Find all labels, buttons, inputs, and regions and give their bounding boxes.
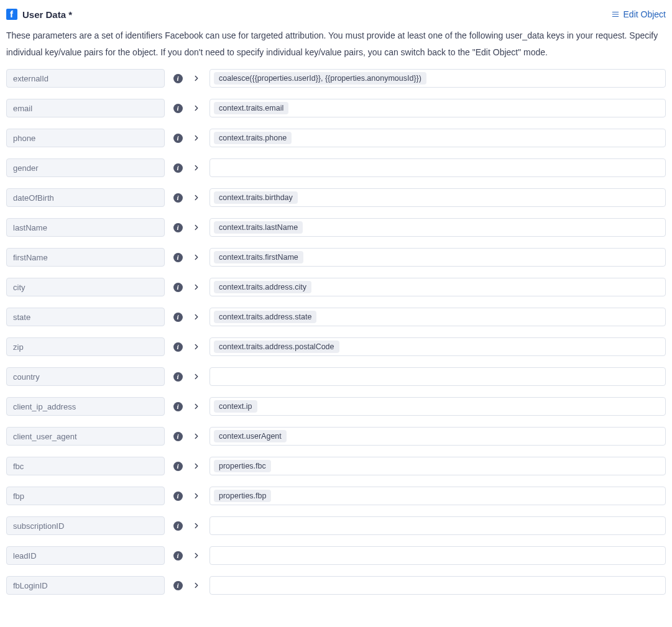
value-chip: context.traits.firstName [214, 251, 303, 263]
chevron-right-icon [192, 521, 201, 530]
section-header: User Data * Edit Object [6, 6, 666, 27]
value-input[interactable]: context.traits.address.state [209, 308, 666, 326]
value-input[interactable]: context.traits.phone [209, 129, 666, 147]
key-input[interactable]: subscriptionID [6, 516, 165, 535]
value-chip: context.traits.lastName [214, 221, 303, 234]
key-value-row: emailicontext.traits.email [6, 99, 666, 117]
key-input[interactable]: fbLoginID [6, 576, 165, 595]
value-input[interactable]: properties.fbc [209, 457, 666, 475]
value-input[interactable]: context.traits.address.city [209, 278, 666, 296]
chevron-right-icon [192, 492, 201, 500]
key-input[interactable]: gender [6, 158, 165, 177]
info-icon-col: i [172, 397, 183, 416]
value-input[interactable]: context.traits.email [209, 99, 666, 117]
info-icon-col: i [172, 516, 183, 535]
info-icon[interactable]: i [173, 193, 183, 203]
list-icon [611, 10, 620, 19]
info-icon[interactable]: i [173, 74, 183, 83]
value-chip: properties.fbc [214, 460, 271, 472]
facebook-icon [6, 9, 17, 20]
chevron-right-icon [192, 432, 201, 441]
chevron-right-icon [192, 462, 201, 470]
key-input[interactable]: externalId [6, 69, 165, 88]
value-input[interactable]: context.traits.firstName [209, 248, 666, 267]
key-input[interactable]: client_user_agent [6, 427, 165, 446]
chevron-col [191, 576, 202, 595]
key-input[interactable]: fbc [6, 457, 165, 475]
value-input[interactable] [209, 158, 666, 177]
key-value-row: client_user_agenticontext.userAgent [6, 427, 666, 446]
info-icon[interactable]: i [173, 313, 183, 322]
key-input[interactable]: zip [6, 337, 165, 356]
key-value-row: fbciproperties.fbc [6, 457, 666, 475]
info-icon[interactable]: i [173, 104, 183, 113]
key-input[interactable]: city [6, 278, 165, 296]
info-icon[interactable]: i [173, 492, 183, 501]
value-input[interactable]: context.userAgent [209, 427, 666, 446]
info-icon[interactable]: i [173, 223, 183, 232]
info-icon-col: i [172, 158, 183, 177]
value-chip: context.traits.phone [214, 132, 292, 144]
section-title: User Data * [22, 9, 72, 20]
chevron-right-icon [192, 104, 201, 112]
key-input[interactable]: lastName [6, 218, 165, 237]
chevron-col [191, 158, 202, 177]
edit-object-button[interactable]: Edit Object [611, 9, 666, 19]
value-input[interactable]: coalesce({{properties.userId}}, {{proper… [209, 69, 666, 88]
key-input[interactable]: fbp [6, 487, 165, 505]
value-input[interactable]: context.traits.birthday [209, 188, 666, 207]
key-value-row: dateOfBirthicontext.traits.birthday [6, 188, 666, 207]
value-input[interactable]: context.ip [209, 397, 666, 416]
value-input[interactable]: context.traits.lastName [209, 218, 666, 237]
chevron-right-icon [192, 253, 201, 262]
key-input[interactable]: state [6, 308, 165, 326]
chevron-col [191, 546, 202, 565]
info-icon[interactable]: i [173, 551, 183, 561]
chevron-right-icon [192, 342, 201, 351]
info-icon[interactable]: i [173, 253, 183, 262]
key-value-row: subscriptionIDi [6, 516, 666, 535]
value-input[interactable]: properties.fbp [209, 487, 666, 505]
key-input[interactable]: firstName [6, 248, 165, 267]
value-chip: context.traits.address.postalCode [214, 341, 339, 353]
key-value-row: stateicontext.traits.address.state [6, 308, 666, 326]
info-icon[interactable]: i [173, 581, 183, 590]
info-icon[interactable]: i [173, 432, 183, 441]
value-chip: context.traits.birthday [214, 191, 298, 204]
chevron-col [191, 397, 202, 416]
info-icon[interactable]: i [173, 283, 183, 292]
info-icon[interactable]: i [173, 134, 183, 143]
value-input[interactable]: context.traits.address.postalCode [209, 337, 666, 356]
info-icon[interactable]: i [173, 521, 183, 531]
info-icon[interactable]: i [173, 462, 183, 471]
info-icon-col: i [172, 337, 183, 356]
key-input[interactable]: phone [6, 129, 165, 147]
value-input[interactable] [209, 367, 666, 386]
value-input[interactable] [209, 576, 666, 595]
value-input[interactable] [209, 516, 666, 535]
key-input[interactable]: country [6, 367, 165, 386]
info-icon-col: i [172, 487, 183, 505]
info-icon[interactable]: i [173, 402, 183, 411]
key-value-row: fbLoginIDi [6, 576, 666, 595]
info-icon-col: i [172, 308, 183, 326]
value-chip: context.traits.address.city [214, 281, 311, 293]
info-icon[interactable]: i [173, 372, 183, 382]
chevron-col [191, 218, 202, 237]
chevron-right-icon [192, 551, 201, 560]
key-value-row: countryi [6, 367, 666, 386]
chevron-col [191, 308, 202, 326]
value-chip: coalesce({{properties.userId}}, {{proper… [214, 72, 426, 85]
chevron-col [191, 188, 202, 207]
info-icon[interactable]: i [173, 163, 183, 173]
key-input[interactable]: leadID [6, 546, 165, 565]
chevron-right-icon [192, 74, 201, 83]
value-chip: context.ip [214, 400, 257, 413]
key-input[interactable]: dateOfBirth [6, 188, 165, 207]
key-input[interactable]: email [6, 99, 165, 117]
chevron-right-icon [192, 223, 201, 232]
info-icon[interactable]: i [173, 342, 183, 352]
info-icon-col: i [172, 278, 183, 296]
value-input[interactable] [209, 546, 666, 565]
key-input[interactable]: client_ip_address [6, 397, 165, 416]
